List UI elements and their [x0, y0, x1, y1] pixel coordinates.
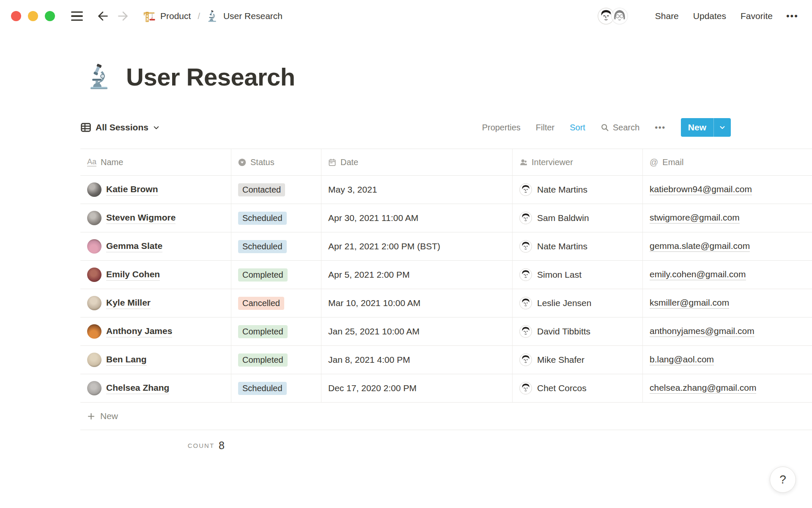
email-link[interactable]: gemma.slate@gmail.com: [650, 241, 750, 252]
date-cell[interactable]: Jan 25, 2021 10:00 AM: [321, 318, 513, 345]
column-header-name[interactable]: Aa Name: [80, 149, 231, 175]
back-arrow-icon[interactable]: [96, 9, 110, 23]
share-button[interactable]: Share: [655, 11, 679, 21]
breadcrumb-current[interactable]: User Research: [207, 10, 283, 22]
add-row-button[interactable]: New: [80, 402, 812, 430]
date-cell[interactable]: Apr 30, 2021 11:00 AM: [321, 204, 513, 232]
interviewer-cell[interactable]: Mike Shafer: [513, 346, 643, 374]
email-link[interactable]: anthonyjames@gmail.com: [650, 326, 754, 337]
help-button[interactable]: ?: [770, 467, 796, 493]
name-cell[interactable]: Emily Cohen: [80, 261, 231, 289]
filter-button[interactable]: Filter: [536, 123, 554, 133]
person-name-link[interactable]: Kyle Miller: [106, 298, 151, 309]
person-name-link[interactable]: Steven Wigmore: [106, 213, 176, 224]
interviewer-name: Chet Corcos: [537, 383, 587, 393]
interviewer-cell[interactable]: Sam Baldwin: [513, 204, 643, 232]
table-row: Chelsea Zhang Scheduled Dec 17, 2020 2:0…: [80, 374, 812, 402]
name-cell[interactable]: Katie Brown: [80, 176, 231, 204]
email-cell[interactable]: stwigmore@gmail.com: [643, 204, 812, 232]
status-cell[interactable]: Scheduled: [231, 204, 321, 232]
interviewer-cell[interactable]: Chet Corcos: [513, 374, 643, 402]
more-options-icon[interactable]: •••: [786, 11, 798, 22]
minimize-window-button[interactable]: [28, 11, 38, 21]
search-button[interactable]: Search: [601, 123, 639, 133]
status-cell[interactable]: Completed: [231, 346, 321, 374]
breadcrumb-parent[interactable]: Product: [143, 10, 191, 23]
interviewer-cell[interactable]: Nate Martins: [513, 232, 643, 260]
view-more-options-icon[interactable]: •••: [655, 123, 666, 133]
column-header-email[interactable]: @ Email: [643, 149, 812, 175]
table-row: Steven Wigmore Scheduled Apr 30, 2021 11…: [80, 204, 812, 232]
person-name-link[interactable]: Ben Lang: [106, 354, 147, 366]
date-cell[interactable]: Apr 21, 2021 2:00 PM (BST): [321, 232, 513, 260]
close-window-button[interactable]: [11, 11, 21, 21]
status-badge: Scheduled: [238, 240, 287, 253]
name-cell[interactable]: Ben Lang: [80, 346, 231, 374]
date-cell[interactable]: Mar 10, 2021 10:00 AM: [321, 289, 513, 317]
person-name-link[interactable]: Emily Cohen: [106, 269, 160, 281]
favorite-button[interactable]: Favorite: [741, 11, 773, 21]
status-cell[interactable]: Completed: [231, 318, 321, 345]
interviewer-cell[interactable]: Leslie Jensen: [513, 289, 643, 317]
status-cell[interactable]: Cancelled: [231, 289, 321, 317]
microscope-icon[interactable]: [87, 64, 114, 91]
new-button[interactable]: New: [681, 118, 731, 137]
interviewer-cell[interactable]: Simon Last: [513, 261, 643, 289]
email-cell[interactable]: ksmiller@gmail.com: [643, 289, 812, 317]
new-button-label[interactable]: New: [681, 118, 713, 137]
email-cell[interactable]: emily.cohen@gmail.com: [643, 261, 812, 289]
updates-button[interactable]: Updates: [693, 11, 726, 21]
sort-button[interactable]: Sort: [570, 123, 585, 133]
interviewer-name: Nate Martins: [537, 185, 587, 195]
interviewer-avatar: [519, 297, 532, 309]
view-switcher[interactable]: All Sessions: [80, 122, 160, 133]
status-badge: Scheduled: [238, 212, 287, 225]
interviewer-name: Simon Last: [537, 270, 582, 280]
person-name-link[interactable]: Katie Brown: [106, 184, 158, 196]
properties-button[interactable]: Properties: [482, 123, 521, 133]
calendar-icon: [328, 158, 336, 166]
column-header-status[interactable]: Status: [231, 149, 321, 175]
date-cell[interactable]: Apr 5, 2021 2:00 PM: [321, 261, 513, 289]
interviewer-name: Sam Baldwin: [537, 213, 589, 223]
email-link[interactable]: chelsea.zhang@gmail.com: [650, 383, 756, 394]
page-title[interactable]: User Research: [126, 63, 295, 91]
name-cell[interactable]: Gemma Slate: [80, 232, 231, 260]
email-cell[interactable]: chelsea.zhang@gmail.com: [643, 374, 812, 402]
email-link[interactable]: katiebrown94@gmail.com: [650, 184, 752, 195]
email-cell[interactable]: anthonyjames@gmail.com: [643, 318, 812, 345]
column-header-date[interactable]: Date: [321, 149, 513, 175]
status-cell[interactable]: Completed: [231, 261, 321, 289]
email-cell[interactable]: katiebrown94@gmail.com: [643, 176, 812, 204]
status-cell[interactable]: Scheduled: [231, 374, 321, 402]
name-cell[interactable]: Chelsea Zhang: [80, 374, 231, 402]
interviewer-cell[interactable]: David Tibbitts: [513, 318, 643, 345]
avatar[interactable]: [610, 7, 629, 25]
email-cell[interactable]: b.lang@aol.com: [643, 346, 812, 374]
status-badge: Completed: [238, 353, 288, 367]
zoom-window-button[interactable]: [45, 11, 55, 21]
new-dropdown-button[interactable]: [714, 118, 731, 137]
status-cell[interactable]: Scheduled: [231, 232, 321, 260]
date-cell[interactable]: Jan 8, 2021 4:00 PM: [321, 346, 513, 374]
date-cell[interactable]: May 3, 2021: [321, 176, 513, 204]
interviewer-cell[interactable]: Nate Martins: [513, 176, 643, 204]
status-cell[interactable]: Contacted: [231, 176, 321, 204]
name-cell[interactable]: Steven Wigmore: [80, 204, 231, 232]
email-link[interactable]: ksmiller@gmail.com: [650, 298, 729, 309]
person-name-link[interactable]: Chelsea Zhang: [106, 383, 169, 394]
email-link[interactable]: emily.cohen@gmail.com: [650, 269, 746, 280]
count-footer[interactable]: COUNT 8: [80, 430, 231, 461]
name-cell[interactable]: Kyle Miller: [80, 289, 231, 317]
email-cell[interactable]: gemma.slate@gmail.com: [643, 232, 812, 260]
date-cell[interactable]: Dec 17, 2020 2:00 PM: [321, 374, 513, 402]
column-header-interviewer[interactable]: Interviewer: [513, 149, 643, 175]
forward-arrow-icon[interactable]: [116, 9, 130, 23]
email-link[interactable]: stwigmore@gmail.com: [650, 213, 740, 224]
person-name-link[interactable]: Gemma Slate: [106, 241, 162, 252]
name-cell[interactable]: Anthony James: [80, 318, 231, 345]
email-link[interactable]: b.lang@aol.com: [650, 354, 714, 365]
table-body: Katie Brown Contacted May 3, 2021 Nate M…: [80, 175, 812, 402]
person-name-link[interactable]: Anthony James: [106, 326, 172, 337]
sidebar-menu-icon[interactable]: [71, 11, 83, 21]
